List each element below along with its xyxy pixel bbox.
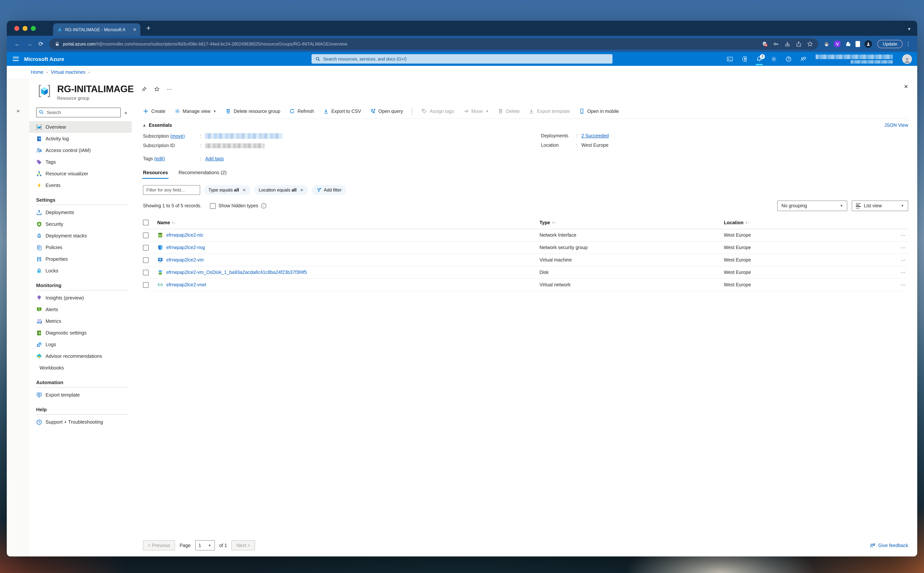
- row-menu-icon[interactable]: ⋯: [890, 282, 908, 288]
- toolbar-export-to-csv-button[interactable]: Export to CSV: [323, 108, 361, 114]
- sidebar-item-events[interactable]: Events: [29, 180, 132, 191]
- browser-tab[interactable]: RG-INITALIMAGE - Microsoft A ✕: [53, 23, 140, 36]
- reload-icon[interactable]: ⟳: [35, 40, 47, 47]
- help-icon[interactable]: [786, 56, 791, 62]
- grouping-dropdown[interactable]: No grouping▼: [777, 200, 847, 211]
- toolbar-manage-view-button[interactable]: Manage view▼: [174, 108, 216, 114]
- azure-brand[interactable]: Microsoft Azure: [24, 56, 64, 62]
- account-avatar[interactable]: [902, 54, 912, 64]
- tab-recommendations[interactable]: Recommendations (2): [178, 170, 227, 179]
- sidebar-item-advisor-recommendations[interactable]: Advisor recommendations: [29, 350, 132, 362]
- sidebar-item-diagnostic-settings[interactable]: Diagnostic settings: [29, 327, 132, 338]
- resource-name-link[interactable]: efrrwpap2lce2-vnet: [166, 282, 206, 287]
- sidebar-item-metrics[interactable]: Metrics: [29, 315, 132, 327]
- sidebar-item-deployments[interactable]: Deployments: [29, 207, 132, 218]
- row-checkbox[interactable]: [143, 245, 149, 250]
- sidebar-item-policies[interactable]: Policies: [29, 241, 132, 253]
- essentials-inline-link[interactable]: (edit): [154, 156, 165, 161]
- raccoon-extension-icon[interactable]: [824, 41, 830, 47]
- tab-resources[interactable]: Resources: [143, 170, 168, 179]
- cloud-shell-icon[interactable]: [727, 56, 733, 62]
- sidebar-item-deployment-stacks[interactable]: Deployment stacks: [29, 230, 132, 241]
- previous-page-button[interactable]: < Previous: [143, 540, 175, 550]
- toolbar-assign-tags-button[interactable]: Assign tags: [421, 108, 454, 114]
- sidebar-item-access-control-iam[interactable]: Access control (IAM): [29, 144, 132, 156]
- row-checkbox[interactable]: [143, 232, 149, 238]
- shield-error-icon[interactable]: [762, 41, 768, 47]
- sidebar-item-workbooks[interactable]: Workbooks: [29, 362, 132, 374]
- azure-search-bar[interactable]: [311, 54, 613, 64]
- toolbar-delete-resource-group-button[interactable]: Delete resource group: [225, 108, 280, 114]
- address-bar[interactable]: portal.azure.com/#@rozemuller.com/resour…: [50, 38, 818, 50]
- collapse-menu-icon[interactable]: «: [125, 110, 127, 115]
- resource-name-link[interactable]: efrrwpap2lce2-vm_OsDisk_1_ba93a2acda8c41…: [166, 270, 307, 275]
- filter-pill-location-equals[interactable]: Location equals all✕: [254, 185, 308, 195]
- breadcrumb-home[interactable]: Home: [31, 69, 44, 75]
- table-row[interactable]: efrrwpap2lce2-nsg Network security group…: [143, 241, 908, 254]
- add-filter-button[interactable]: Add filter: [312, 185, 346, 195]
- sidebar-item-export-template[interactable]: Export template: [29, 389, 132, 401]
- breadcrumb-virtual-machines[interactable]: Virtual machines: [51, 69, 85, 75]
- essentials-header[interactable]: ∧Essentials: [143, 123, 172, 128]
- settings-gear-icon[interactable]: [771, 56, 777, 62]
- sidebar-item-activity-log[interactable]: Activity log: [29, 133, 132, 144]
- view-dropdown[interactable]: List view▼: [852, 200, 908, 211]
- window-controls[interactable]: [14, 26, 36, 31]
- v-extension-icon[interactable]: V: [834, 41, 841, 47]
- row-checkbox[interactable]: [143, 269, 149, 275]
- give-feedback-link[interactable]: Give feedback: [869, 542, 908, 548]
- notifications-bell-icon[interactable]: 3: [756, 56, 762, 62]
- table-row[interactable]: efrrwpap2lce2-vm_OsDisk_1_ba93a2acda8c41…: [143, 266, 908, 279]
- toolbar-move-button[interactable]: Move▼: [463, 108, 489, 114]
- expand-panel-icon[interactable]: »: [17, 108, 20, 556]
- resource-name-link[interactable]: efrrwpap2lce2-nic: [166, 233, 203, 238]
- hamburger-menu-icon[interactable]: [13, 57, 19, 61]
- toolbar-refresh-button[interactable]: Refresh: [289, 108, 314, 114]
- resource-name-link[interactable]: efrrwpap2lce2-vm: [166, 257, 204, 263]
- table-row[interactable]: efrrwpap2lce2-vm Virtual machine West Eu…: [143, 254, 908, 266]
- sidebar-item-support-troubleshooting[interactable]: ?Support + Troubleshooting: [29, 416, 132, 428]
- share-icon[interactable]: [796, 41, 802, 47]
- essentials-value-link[interactable]: Add tags: [205, 156, 224, 161]
- sidebar-extension-icon[interactable]: [856, 41, 860, 47]
- tab-search-chevron-icon[interactable]: ▼: [907, 27, 911, 31]
- sidebar-item-security[interactable]: Security: [29, 218, 132, 230]
- browser-menu-icon[interactable]: ⋮: [904, 41, 913, 47]
- close-window-button[interactable]: [14, 26, 19, 31]
- back-icon[interactable]: ←: [11, 41, 23, 47]
- sidebar-item-overview[interactable]: Overview: [29, 121, 132, 133]
- zoom-window-button[interactable]: [31, 26, 36, 31]
- filter-input[interactable]: [143, 185, 200, 195]
- next-page-button[interactable]: Next >: [231, 540, 255, 550]
- remove-filter-icon[interactable]: ✕: [300, 188, 303, 193]
- directory-filter-icon[interactable]: [741, 56, 747, 62]
- sidebar-item-insights-preview[interactable]: Insights (preview): [29, 292, 132, 304]
- update-browser-button[interactable]: Update: [877, 40, 902, 48]
- sidebar-item-logs[interactable]: Logs: [29, 338, 132, 350]
- row-menu-icon[interactable]: ⋯: [890, 257, 908, 263]
- toolbar-open-in-mobile-button[interactable]: Open in mobile: [579, 108, 619, 114]
- column-name[interactable]: Name↑↓: [157, 220, 539, 225]
- sidebar-item-alerts[interactable]: Alerts: [29, 304, 132, 315]
- resource-name-link[interactable]: efrrwpap2lce2-nsg: [166, 245, 205, 250]
- column-location[interactable]: Location↑↓: [724, 220, 890, 225]
- bookmark-star-icon[interactable]: [807, 41, 813, 47]
- table-row[interactable]: efrrwpap2lce2-nic Network Interface West…: [143, 229, 908, 241]
- page-number-dropdown[interactable]: 1▼: [195, 540, 215, 550]
- remove-filter-icon[interactable]: ✕: [242, 188, 246, 193]
- select-all-checkbox[interactable]: [143, 220, 149, 225]
- filter-pill-type-equals[interactable]: Type equals all✕: [204, 185, 250, 195]
- json-view-link[interactable]: JSON View: [884, 123, 908, 128]
- toolbar-export-template-button[interactable]: Export template: [529, 108, 570, 114]
- forward-icon[interactable]: →: [23, 41, 35, 47]
- close-tab-icon[interactable]: ✕: [133, 27, 136, 32]
- save-page-icon[interactable]: [785, 41, 791, 47]
- close-blade-icon[interactable]: ✕: [904, 83, 908, 89]
- sidebar-item-resource-visualizer[interactable]: Resource visualizer: [29, 168, 132, 180]
- row-menu-icon[interactable]: ⋯: [890, 232, 908, 238]
- favorite-star-icon[interactable]: [154, 86, 159, 92]
- menu-search-input[interactable]: [36, 108, 121, 117]
- row-menu-icon[interactable]: ⋯: [890, 269, 908, 275]
- collapse-essentials-icon[interactable]: ∧: [143, 123, 146, 127]
- password-key-icon[interactable]: [773, 41, 779, 47]
